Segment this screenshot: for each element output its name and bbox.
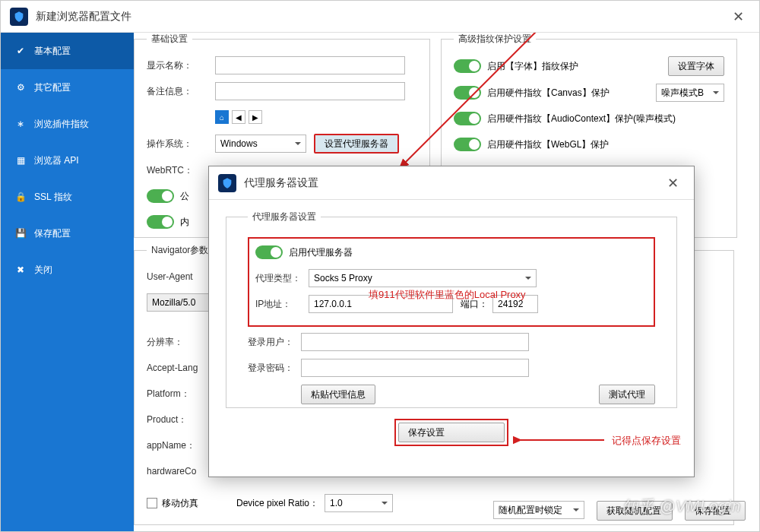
sidebar: ✔基本配置 ⚙其它配置 ∗浏览插件指纹 ▦浏览器 API 🔒SSL 指纹 💾保存… [1, 33, 134, 531]
proxy-legend: 代理服务器设置 [248, 211, 321, 223]
nav-legend: Navigator参数 [147, 244, 213, 257]
bottom-buttons: 随机配置时锁定 获取随机配置 保存配置 [493, 501, 746, 521]
public-label: 公 [180, 190, 189, 203]
set-font-button[interactable]: 设置字体 [668, 56, 724, 76]
os-select[interactable]: Windows [215, 135, 306, 153]
public-toggle[interactable] [147, 189, 174, 203]
modal-body: 代理服务器设置 启用代理服务器 代理类型： Socks 5 Proxy IP地址… [209, 200, 694, 457]
save-settings-button[interactable]: 保存设置 [398, 423, 505, 442]
webrtc-label: WebRTC： [147, 164, 215, 177]
basic-legend: 基础设置 [147, 33, 192, 46]
enable-proxy-toggle[interactable] [255, 245, 283, 259]
display-name-label: 显示名称： [147, 59, 215, 72]
random-lock-button[interactable]: 随机配置时锁定 [493, 501, 584, 519]
save-row: 保存设置 [226, 419, 677, 446]
get-random-button[interactable]: 获取随机配置 [597, 501, 673, 521]
sidebar-item-ssl[interactable]: 🔒SSL 指纹 [1, 179, 134, 215]
sidebar-item-close[interactable]: ✖关闭 [1, 252, 134, 288]
display-name-input[interactable] [215, 56, 405, 74]
user-input[interactable] [301, 333, 529, 351]
enable-proxy-label: 启用代理服务器 [289, 246, 353, 259]
advanced-legend: 高级指纹保护设置 [454, 33, 536, 46]
next-icon[interactable]: ▶ [249, 110, 262, 124]
remark-input[interactable] [215, 82, 405, 100]
internal-label: 内 [180, 216, 189, 229]
pass-label: 登录密码： [248, 362, 301, 375]
prev-icon[interactable]: ◀ [232, 110, 245, 124]
font-label: 启用【字体】指纹保护 [487, 60, 668, 73]
test-proxy-button[interactable]: 测试代理 [599, 385, 655, 404]
proxy-fieldset: 代理服务器设置 启用代理服务器 代理类型： Socks 5 Proxy IP地址… [226, 211, 677, 408]
sidebar-item-other[interactable]: ⚙其它配置 [1, 69, 134, 106]
audio-toggle[interactable] [454, 112, 481, 125]
chevron-down-icon [713, 91, 719, 94]
app-logo-icon [218, 174, 236, 192]
sidebar-item-label: 基本配置 [34, 45, 71, 58]
annotation-text-2: 记得点保存设置 [612, 434, 681, 448]
sidebar-item-label: 保存配置 [34, 227, 71, 240]
pass-input[interactable] [301, 359, 529, 377]
user-label: 登录用户： [248, 336, 301, 349]
proxy-type-select[interactable]: Socks 5 Proxy [309, 269, 537, 287]
hardware-label: hardwareCo [147, 466, 215, 477]
dpr-label: Device pixel Ratio： [236, 497, 318, 510]
titlebar: 新建浏览器配置文件 ✕ [1, 1, 759, 33]
dpr-select[interactable]: 1.0 [325, 494, 393, 512]
audio-label: 启用硬件指纹【AudioContext】保护(噪声模式) [487, 112, 676, 125]
canvas-toggle[interactable] [454, 86, 481, 100]
gear-icon: ⚙ [14, 81, 27, 93]
sidebar-item-label: 浏览器 API [34, 154, 79, 167]
save-config-button[interactable]: 保存配置 [685, 501, 746, 521]
check-icon: ✔ [14, 45, 27, 57]
sidebar-item-label: 关闭 [34, 264, 52, 277]
chevron-down-icon [295, 142, 301, 145]
appname-label: appName： [147, 439, 215, 452]
platform-label: Platform： [147, 388, 215, 401]
sidebar-item-label: 其它配置 [34, 81, 71, 94]
product-label: Product： [147, 413, 215, 426]
sidebar-item-label: 浏览插件指纹 [34, 118, 89, 131]
close-circle-icon: ✖ [14, 264, 27, 276]
sidebar-item-basic[interactable]: ✔基本配置 [1, 33, 134, 69]
webgl-label: 启用硬件指纹【WebGL】保护 [487, 138, 609, 151]
window-title: 新建浏览器配置文件 [36, 10, 727, 24]
ua-label: User-Agent [147, 271, 215, 282]
save-icon: 💾 [14, 227, 27, 239]
chevron-down-icon [573, 508, 579, 511]
ip-label: IP地址： [255, 298, 309, 311]
app-logo-icon [10, 8, 28, 26]
lang-label: Accept-Lang [147, 363, 215, 373]
os-label: 操作系统： [147, 138, 215, 150]
chevron-down-icon [382, 502, 388, 505]
lock-icon: 🔒 [14, 191, 27, 203]
sidebar-item-plugin[interactable]: ∗浏览插件指纹 [1, 106, 134, 142]
mobile-label: 移动仿真 [162, 497, 198, 510]
share-icon: ∗ [14, 118, 27, 130]
modal-title: 代理服务器设置 [244, 176, 661, 190]
sidebar-item-save[interactable]: 💾保存配置 [1, 215, 134, 252]
canvas-mode-select[interactable]: 噪声模式B [656, 84, 724, 102]
sidebar-item-api[interactable]: ▦浏览器 API [1, 142, 134, 179]
highlighted-proxy-box: 启用代理服务器 代理类型： Socks 5 Proxy IP地址： 端口： [248, 237, 655, 327]
modal-titlebar: 代理服务器设置 ✕ [209, 166, 694, 200]
canvas-label: 启用硬件指纹【Canvas】保护 [487, 87, 656, 100]
remark-label: 备注信息： [147, 85, 215, 98]
icon-row: ⌂ ◀ ▶ [215, 110, 262, 124]
proxy-type-label: 代理类型： [255, 272, 309, 285]
set-proxy-button[interactable]: 设置代理服务器 [314, 134, 399, 154]
annotation-text-1: 填911代理软件里蓝色的Local Proxy [369, 288, 526, 302]
webgl-toggle[interactable] [454, 138, 481, 151]
api-icon: ▦ [14, 154, 27, 166]
internal-toggle[interactable] [147, 215, 174, 229]
close-icon[interactable]: ✕ [727, 5, 750, 28]
proxy-settings-modal: 代理服务器设置 ✕ 代理服务器设置 启用代理服务器 代理类型： Socks 5 … [208, 166, 695, 477]
font-toggle[interactable] [454, 59, 481, 73]
paste-proxy-button[interactable]: 粘贴代理信息 [301, 385, 375, 404]
sidebar-item-label: SSL 指纹 [34, 191, 72, 204]
modal-close-icon[interactable]: ✕ [661, 172, 685, 195]
chevron-down-icon [525, 277, 531, 280]
home-icon[interactable]: ⌂ [215, 110, 229, 124]
mobile-checkbox[interactable] [147, 498, 157, 508]
resolution-label: 分辨率： [147, 336, 215, 349]
